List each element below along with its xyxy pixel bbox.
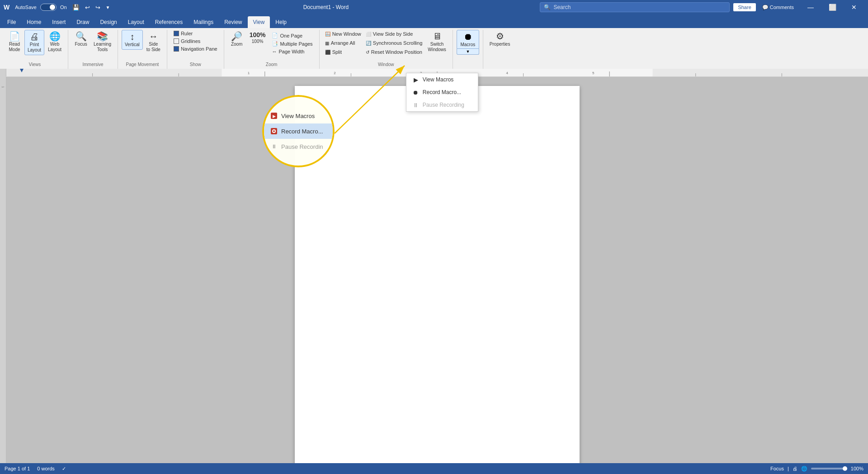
navigation-pane-checkbox[interactable]: Navigation Pane (171, 45, 220, 52)
undo-icon[interactable]: ↩ (83, 3, 92, 12)
group-properties: ⚙ Properties (483, 30, 517, 69)
zoom-100-icon: 100% (250, 32, 266, 38)
focus-button[interactable]: 🔍 Focus (72, 30, 90, 49)
macros-icon: ⏺ (463, 32, 472, 41)
macros-dropdown-arrow[interactable]: ▼ (457, 49, 479, 55)
left-margin: 1 (0, 77, 6, 474)
zoom-pause-icon: ⏸ (269, 142, 278, 151)
page-width-button[interactable]: ↔ Page Width (269, 48, 315, 55)
page-movement-group-label: Page Movement (126, 61, 159, 67)
autosave-toggle[interactable] (40, 4, 57, 11)
ribbon-tabs: File Home Insert Draw Design Layout Refe… (0, 14, 868, 28)
tab-design[interactable]: Design (94, 16, 122, 28)
zoom-group-label: Zoom (266, 61, 278, 67)
status-right: Focus | 🖨 🌐 100% (770, 466, 863, 472)
zoom-100-label: 100% (252, 39, 264, 44)
search-box[interactable]: 🔍 Search (540, 2, 730, 12)
read-mode-button[interactable]: 📄 ReadMode (5, 30, 24, 54)
reset-window-button[interactable]: ↺ Reset Window Position (364, 48, 424, 56)
arrange-all-icon: ▦ (325, 41, 329, 46)
zoom-view-macros[interactable]: ▶ View Macros (264, 108, 333, 123)
macros-button[interactable]: ⏺ Macros (457, 30, 479, 49)
gridlines-checkbox[interactable]: Gridlines (171, 38, 220, 45)
properties-items: ⚙ Properties (487, 30, 513, 66)
learning-tools-button[interactable]: 📚 LearningTools (91, 30, 114, 54)
split-button[interactable]: ⬛ Split (323, 48, 363, 56)
customize-icon[interactable]: ▼ (104, 4, 112, 11)
ruler-checkbox[interactable]: Ruler (171, 30, 220, 37)
minimize-button[interactable]: — (800, 0, 821, 14)
comments-button[interactable]: 💬 Comments (762, 5, 794, 10)
arrange-all-button[interactable]: ▦ Arrange All (323, 39, 363, 47)
vertical-icon: ↕ (130, 32, 134, 41)
save-icon[interactable]: 💾 (71, 3, 81, 12)
group-macros: ⏺ Macros ▼ ▶ View Macros ⏺ Record Macro.… (453, 30, 483, 69)
view-macros-dropdown-icon: ▶ (412, 76, 420, 84)
dropdown-pause-recording: ⏸ Pause Recording (406, 99, 478, 111)
multiple-pages-label: Multiple Pages (280, 41, 312, 47)
macros-dropdown-menu: ▶ View Macros ⏺ Record Macro... ⏸ Pause … (406, 73, 478, 112)
views-items: 📄 ReadMode 🖨 PrintLayout 🌐 WebLayout (5, 30, 64, 61)
tab-view[interactable]: View (248, 16, 270, 28)
properties-icon: ⚙ (496, 32, 504, 41)
view-side-by-side-button[interactable]: ⬜ View Side by Side (364, 30, 424, 38)
status-bar: Page 1 of 1 0 words ✓ Focus | 🖨 🌐 100% (0, 463, 868, 474)
sync-scrolling-button[interactable]: 🔄 Synchronous Scrolling (364, 39, 424, 47)
dropdown-record-macro[interactable]: ⏺ Record Macro... (406, 86, 478, 99)
tab-review[interactable]: Review (219, 16, 247, 28)
side-to-side-icon: ↔ (149, 32, 158, 41)
show-checkboxes: Ruler Gridlines Navigation Pane (171, 30, 220, 52)
read-mode-icon: 📄 (9, 32, 20, 41)
macros-btn-container: ⏺ Macros ▼ (457, 30, 479, 55)
toggle-knob (50, 5, 55, 10)
document-title: Document1 - Word (303, 4, 349, 10)
zoom-slider[interactable] (811, 468, 847, 469)
word-logo: W (4, 4, 9, 11)
side-to-side-button[interactable]: ↔ Sideto Side (144, 30, 163, 54)
svg-text:▶: ▶ (273, 114, 276, 118)
properties-button[interactable]: ⚙ Properties (487, 30, 513, 49)
print-view-icon[interactable]: 🖨 (793, 466, 797, 471)
web-view-icon[interactable]: 🌐 (801, 466, 807, 472)
macros-label: Macros (460, 42, 475, 47)
switch-windows-button[interactable]: 🖥 SwitchWindows (425, 30, 449, 54)
zoom-100-button[interactable]: 100% 100% (247, 30, 269, 46)
tab-mailings[interactable]: Mailings (188, 16, 219, 28)
tab-references[interactable]: References (150, 16, 188, 28)
tab-help[interactable]: Help (270, 16, 292, 28)
window-buttons-col1: 🪟 New Window ▦ Arrange All ⬛ Split (323, 30, 363, 56)
switch-windows-label: SwitchWindows (428, 42, 446, 52)
immersive-group-label: Immersive (82, 61, 103, 67)
tab-layout[interactable]: Layout (123, 16, 150, 28)
document-page (295, 86, 580, 474)
print-layout-button[interactable]: 🖨 PrintLayout (24, 30, 44, 55)
show-items: Ruler Gridlines Navigation Pane (171, 30, 220, 61)
close-button[interactable]: ✕ (844, 0, 864, 14)
zoom-button[interactable]: 🔎 Zoom (228, 30, 246, 49)
svg-text:2: 2 (334, 71, 336, 75)
page-width-icon: ↔ (272, 49, 277, 54)
share-button[interactable]: Share (733, 3, 755, 11)
one-page-button[interactable]: 📄 One Page (269, 32, 315, 39)
zoom-icon: 🔎 (231, 32, 242, 41)
tab-insert[interactable]: Insert (47, 16, 71, 28)
tab-file[interactable]: File (2, 16, 21, 28)
window-items: 🪟 New Window ▦ Arrange All ⬛ Split ⬜ Vie… (323, 30, 449, 61)
arrange-all-label: Arrange All (331, 40, 355, 46)
zoom-record-macro[interactable]: Record Macro... (264, 123, 333, 139)
zoom-pause-recording: ⏸ Pause Recordin (264, 139, 333, 154)
redo-icon[interactable]: ↪ (94, 3, 102, 12)
tab-home[interactable]: Home (21, 16, 47, 28)
web-layout-button[interactable]: 🌐 WebLayout (45, 30, 64, 54)
svg-text:1: 1 (248, 71, 250, 75)
restore-button[interactable]: ⬜ (822, 0, 843, 14)
tab-draw[interactable]: Draw (71, 16, 94, 28)
zoom-pages: 📄 One Page 📑 Multiple Pages ↔ Page Width (269, 32, 315, 55)
window-buttons-col2: ⬜ View Side by Side 🔄 Synchronous Scroll… (364, 30, 424, 56)
vertical-button[interactable]: ↕ Vertical (122, 30, 143, 50)
multiple-pages-button[interactable]: 📑 Multiple Pages (269, 40, 315, 47)
document-area[interactable] (6, 77, 868, 474)
focus-status[interactable]: Focus (770, 466, 784, 471)
dropdown-view-macros[interactable]: ▶ View Macros (406, 73, 478, 86)
new-window-button[interactable]: 🪟 New Window (323, 30, 363, 38)
